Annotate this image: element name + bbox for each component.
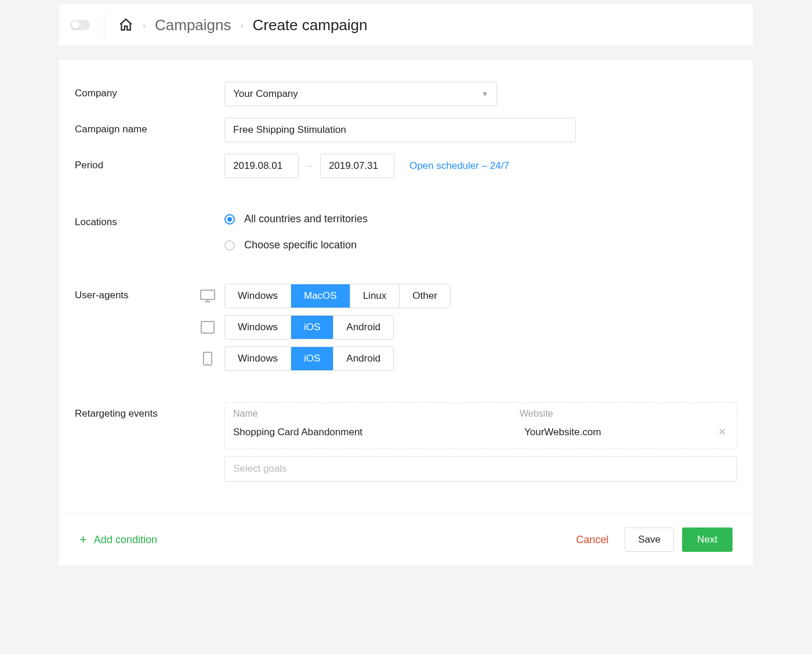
locations-radio-all-label: All countries and territories	[244, 213, 368, 225]
next-button[interactable]: Next	[682, 527, 733, 552]
svg-point-2	[213, 327, 214, 328]
events-label: Retargeting events	[75, 402, 224, 420]
company-select[interactable]: Your Company ▼	[224, 82, 497, 106]
locations-radio-all[interactable]: All countries and territories	[224, 213, 737, 225]
ua-desktop-segment: Windows MacOS Linux Other	[224, 284, 451, 308]
caret-down-icon: ▼	[481, 90, 488, 98]
period-label: Period	[75, 154, 224, 171]
add-condition-link[interactable]: + Add condition	[79, 533, 157, 546]
svg-rect-0	[201, 290, 215, 299]
desktop-icon	[199, 289, 216, 303]
campaign-name-label: Campaign name	[75, 118, 224, 135]
campaign-name-input[interactable]	[224, 118, 576, 142]
open-scheduler-link[interactable]: Open scheduler – 24/7	[409, 160, 509, 172]
locations-radio-specific[interactable]: Choose specific location	[224, 239, 737, 251]
campaign-form-card: Company Your Company ▼ Campaign name Per…	[58, 59, 754, 566]
breadcrumb-current: Create campaign	[253, 16, 368, 34]
ua-tablet-ios[interactable]: iOS	[291, 316, 334, 339]
ua-desktop-linux[interactable]: Linux	[350, 284, 400, 308]
ua-mobile-segment: Windows iOS Android	[224, 346, 394, 371]
event-website: YourWebsite.com	[524, 427, 716, 438]
locations-label: Locations	[75, 211, 224, 228]
company-select-value: Your Company	[233, 88, 298, 100]
cancel-button[interactable]: Cancel	[576, 534, 608, 546]
locations-radio-specific-label: Choose specific location	[244, 239, 357, 251]
ua-tablet-segment: Windows iOS Android	[224, 315, 394, 339]
chevron-icon: ›	[143, 20, 146, 30]
home-icon[interactable]	[118, 17, 133, 32]
events-table: Name Website Shopping Card Abandonment Y…	[224, 402, 737, 449]
ua-tablet-windows[interactable]: Windows	[225, 316, 291, 339]
mobile-icon	[199, 351, 216, 366]
period-separator: –	[307, 161, 312, 171]
radio-icon	[224, 214, 235, 225]
ua-desktop-windows[interactable]: Windows	[225, 284, 291, 308]
page-header: › Campaigns › Create campaign	[58, 3, 754, 46]
svg-point-4	[207, 363, 208, 364]
event-remove-icon[interactable]: ✕	[716, 424, 728, 440]
breadcrumb-parent[interactable]: Campaigns	[155, 16, 231, 34]
ua-desktop-macos[interactable]: MacOS	[291, 284, 350, 308]
form-footer: + Add condition Cancel Save Next	[59, 513, 753, 566]
period-start-input[interactable]	[224, 154, 299, 178]
goals-select-input[interactable]	[224, 456, 737, 482]
ua-tablet-android[interactable]: Android	[334, 316, 393, 339]
ua-mobile-android[interactable]: Android	[334, 347, 393, 370]
divider	[104, 12, 104, 38]
company-label: Company	[75, 82, 224, 99]
event-name: Shopping Card Abandonment	[233, 427, 524, 438]
event-row: Shopping Card Abandonment YourWebsite.co…	[225, 420, 737, 449]
chevron-icon: ›	[241, 20, 244, 30]
period-end-input[interactable]	[320, 154, 394, 178]
save-button[interactable]: Save	[625, 527, 674, 552]
ua-mobile-ios[interactable]: iOS	[291, 347, 334, 370]
add-condition-label: Add condition	[94, 534, 157, 546]
tablet-icon	[199, 320, 216, 334]
breadcrumb: › Campaigns › Create campaign	[118, 16, 368, 34]
events-header-name: Name	[233, 409, 520, 419]
events-header-website: Website	[520, 409, 728, 419]
plus-icon: +	[79, 533, 87, 546]
ua-desktop-other[interactable]: Other	[400, 284, 450, 308]
svg-rect-1	[201, 321, 214, 333]
radio-icon	[224, 240, 235, 251]
ua-mobile-windows[interactable]: Windows	[225, 347, 291, 370]
sidebar-toggle[interactable]	[70, 20, 90, 30]
